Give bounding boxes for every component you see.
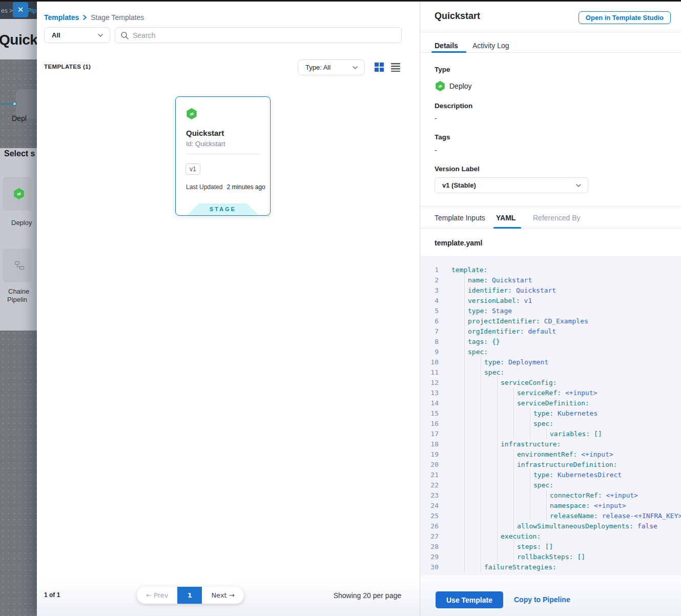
yaml-line-26: 26allowSimultaneousDeployments: false [420, 521, 681, 531]
yaml-line-14: 14serviceDefinition: [420, 398, 681, 408]
active-subtab-underline [493, 227, 521, 229]
version-select-value: v1 (Stable) [442, 181, 476, 189]
type-value: Deploy [449, 82, 472, 90]
tab-yaml[interactable]: YAML [496, 214, 515, 222]
background-breadcrumb-link: Pipe [27, 7, 37, 14]
yaml-line-24: 24namespace: <+input> [420, 501, 681, 511]
template-card-id: Id: Quickstart [186, 140, 225, 148]
background-pipeline-title: Quicks [0, 32, 37, 48]
tab-template-inputs[interactable]: Template Inputs [435, 214, 485, 222]
scope-filter-select[interactable]: All [44, 27, 110, 43]
yaml-line-18: 18infrastructure: [420, 439, 681, 449]
prev-page-button[interactable]: ← Prev [137, 587, 177, 604]
stage-type-card-chained-label-2: Pipelin [7, 296, 27, 303]
yaml-line-8: 8tags: {} [420, 337, 681, 347]
next-page-button[interactable]: Next → [202, 587, 243, 604]
copy-to-pipeline-link[interactable]: Copy to Pipeline [514, 596, 570, 604]
yaml-line-3: 3identifier: Quickstart [420, 285, 681, 296]
breadcrumb-chevron-icon [82, 14, 87, 20]
pagination: ← Prev 1 Next → [137, 587, 244, 604]
yaml-line-25: 25releaseName: release-<+INFRA_KEY> [420, 511, 681, 521]
template-details-panel: Quickstart Open in Template Studio Detai… [420, 0, 681, 616]
chevron-down-icon [575, 183, 582, 188]
stage-type-card-chained [3, 249, 31, 282]
chevron-down-icon [352, 66, 358, 70]
cd-hexagon-icon: ∞ [186, 108, 197, 119]
yaml-line-16: 16spec: [420, 419, 681, 429]
yaml-line-17: 17variables: [] [420, 429, 681, 439]
last-updated-label: Last Updated [186, 183, 222, 191]
search-input[interactable] [133, 31, 396, 39]
breadcrumb: Templates Stage Templates [44, 13, 144, 22]
use-template-button[interactable]: Use Template [436, 591, 503, 608]
breadcrumb-current: Stage Templates [91, 13, 144, 22]
template-selector-drawer: Templates Stage Templates All TEM [37, 0, 681, 616]
template-list-panel: Templates Stage Templates All TEM [37, 0, 420, 616]
yaml-line-28: 28steps: [] [420, 542, 681, 552]
select-stage-heading: Select s [4, 149, 35, 158]
yaml-line-7: 7orgIdentifier: default [420, 326, 681, 337]
grid-view-icon [375, 63, 384, 72]
background-breadcrumb: es > [1, 7, 13, 14]
description-value: - [435, 114, 437, 122]
stage-badge: STAGE [188, 203, 258, 215]
yaml-editor[interactable]: 1template:2name: Quickstart3identifier: … [420, 257, 681, 575]
type-filter-select[interactable]: Type: All [298, 59, 365, 75]
version-select[interactable]: v1 (Stable) [435, 177, 588, 193]
yaml-line-2: 2name: Quickstart [420, 275, 681, 285]
tags-label: Tags [435, 133, 450, 141]
window-top-edge [0, 0, 681, 2]
chevron-down-icon [97, 33, 104, 37]
pipeline-canvas-lower [0, 331, 37, 616]
yaml-line-12: 12serviceConfig: [420, 378, 681, 388]
list-view-icon [391, 63, 400, 72]
panel-title: Quickstart [435, 11, 480, 22]
grid-view-button[interactable] [374, 63, 384, 73]
tags-value: - [435, 146, 437, 154]
type-filter-value: Type: All [305, 64, 331, 71]
screen: es > Pipe Quicks Depl Select s ∞ Deploy … [0, 0, 681, 616]
yaml-line-22: 22spec: [420, 480, 681, 490]
header-divider [420, 32, 681, 32]
yaml-line-21: 21type: KubernetesDirect [420, 470, 681, 480]
yaml-line-4: 4versionLabel: v1 [420, 296, 681, 306]
stage-type-card-deploy: ∞ [3, 177, 31, 211]
pipeline-edge [0, 104, 13, 105]
breadcrumb-link-templates[interactable]: Templates [44, 13, 79, 22]
version-label: Version Label [435, 165, 480, 173]
list-view-button[interactable] [390, 63, 401, 73]
yaml-line-5: 5type: Stage [420, 306, 681, 316]
background-app-strip: es > Pipe Quicks Depl Select s ∞ Deploy … [0, 0, 37, 616]
pipeline-node-label: Depl [12, 114, 27, 122]
yaml-line-9: 9spec: [420, 347, 681, 357]
tab-referenced-by[interactable]: Referenced By [533, 214, 581, 222]
templates-count-label: TEMPLATES (1) [44, 64, 91, 70]
drawer-close-button[interactable]: ✕ [13, 2, 28, 17]
page-summary: 1 of 1 [44, 591, 60, 599]
cd-hexagon-icon: ∞ [435, 81, 445, 91]
section-divider [420, 206, 681, 207]
card-divider [186, 154, 261, 154]
stage-type-card-chained-label: Chaine [8, 288, 29, 295]
open-in-template-studio-button[interactable]: Open in Template Studio [579, 11, 671, 24]
yaml-line-10: 10type: Deployment [420, 357, 681, 367]
panel-footer: Use Template Copy to Pipeline [420, 575, 681, 616]
active-tab-underline [431, 51, 466, 53]
page-1-button[interactable]: 1 [177, 587, 202, 604]
chained-pipeline-icon [14, 260, 25, 271]
tab-details[interactable]: Details [435, 42, 458, 50]
scope-filter-value: All [52, 31, 60, 39]
type-label: Type [435, 66, 450, 73]
description-label: Description [435, 102, 472, 110]
yaml-line-13: 13serviceRef: <+input> [420, 388, 681, 398]
search-box [115, 27, 402, 43]
yaml-line-15: 15type: Kubernetes [420, 408, 681, 419]
yaml-line-6: 6projectIdentifier: CD_Examples [420, 316, 681, 326]
template-card-quickstart[interactable]: ∞ Quickstart Id: Quickstart v1 Last Upda… [175, 96, 271, 216]
yaml-line-11: 11spec: [420, 367, 681, 378]
tab-activity-log[interactable]: Activity Log [472, 42, 509, 50]
last-updated: Last Updated 2 minutes ago [186, 183, 265, 191]
search-icon [120, 31, 129, 39]
yaml-line-23: 23connectorRef: <+input> [420, 490, 681, 501]
subtabs-divider [420, 228, 681, 229]
